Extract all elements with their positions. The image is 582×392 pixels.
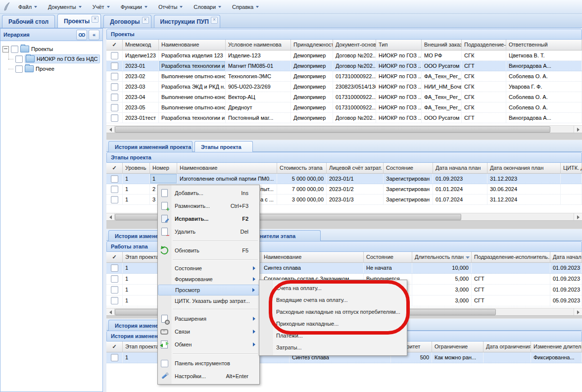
tree-item[interactable]: Прочее (15, 64, 100, 74)
tree-root[interactable]: Проекты (2, 44, 100, 54)
collapse-node-icon[interactable] (2, 46, 9, 52)
scroll-right-icon[interactable] (574, 308, 582, 316)
row-checkbox[interactable] (111, 62, 118, 70)
context-menu-item[interactable]: Состояние (158, 263, 259, 274)
table-row[interactable]: 2023-05Выполнение опытно-конс...Дредноут… (106, 102, 582, 113)
panel-splitter[interactable] (103, 28, 106, 392)
row-checkbox[interactable] (111, 297, 118, 304)
row-checkbox[interactable] (111, 186, 118, 193)
column-header[interactable]: Ограничение (432, 342, 484, 352)
row-checkbox[interactable] (111, 83, 118, 91)
row-checkbox[interactable] (111, 354, 118, 361)
table-row[interactable]: 2023-01Разработка технологии и...Магнит … (106, 61, 582, 71)
tree-item[interactable]: НИОКР по ГОЗ без НДС (15, 54, 100, 64)
context-menu-item[interactable]: Обмен (158, 338, 259, 351)
row-checkbox[interactable] (111, 94, 118, 101)
context-menu-item[interactable]: ОбновитьF5 (158, 244, 259, 257)
column-header[interactable]: Подразделение-исполнитель.. (472, 252, 550, 263)
row-checkbox[interactable] (111, 114, 118, 122)
column-header[interactable]: Изменение длительности (531, 342, 582, 352)
row-checkbox[interactable] (111, 52, 118, 59)
column-header[interactable]: Состояние (384, 163, 433, 174)
window-tab[interactable]: Проекты× (57, 14, 101, 28)
column-header[interactable]: Документ-основан (333, 40, 376, 50)
context-menu-item[interactable]: ЦИТК. Указать шифр затрат... (158, 295, 259, 306)
column-header[interactable]: Тип (376, 40, 422, 50)
table-row[interactable]: 2023-04Выполнение опытно-конс...Вектор-А… (106, 92, 582, 102)
table-row[interactable]: 11Изготовление опытной партии ПМ0...5 00… (106, 174, 582, 184)
column-header[interactable]: Наименование (177, 163, 277, 174)
select-all-header[interactable]: ✓ (106, 252, 123, 263)
menubar-item[interactable]: Функции (115, 1, 153, 12)
select-all-header[interactable]: ✓ (106, 40, 123, 50)
column-header[interactable]: Условное наименова (226, 40, 291, 50)
context-menu-item[interactable]: Формирование (158, 274, 259, 285)
scroll-right-icon[interactable] (574, 126, 582, 133)
table-row[interactable]: 2023-01тестРазработка технологии и...Пос… (106, 113, 582, 123)
window-tab[interactable]: Инструкции ПУП× (154, 15, 220, 28)
context-menu-item[interactable]: Панель инструментов (158, 357, 259, 370)
submenu-item[interactable]: Затраты... (259, 342, 407, 353)
context-menu-item[interactable]: Добавить...Ins (158, 187, 259, 199)
row-checkbox[interactable] (111, 73, 118, 80)
scroll-left-icon[interactable] (106, 308, 115, 316)
select-all-header[interactable]: ✓ (106, 342, 123, 352)
column-header[interactable]: Мнемокод (123, 40, 159, 50)
context-menu-item[interactable]: Исправить...F2 (158, 212, 259, 225)
column-header[interactable]: Номер (150, 163, 177, 174)
row-checkbox[interactable] (111, 286, 118, 294)
section-tab[interactable]: История изменений проекта (108, 141, 193, 152)
column-header[interactable]: Состояние (364, 252, 412, 263)
menubar-item[interactable]: Словари (188, 1, 227, 12)
row-checkbox[interactable] (111, 196, 118, 203)
context-menu-item[interactable]: Связи (158, 325, 259, 338)
menubar-item[interactable]: Справка (227, 1, 264, 12)
column-header[interactable]: Уровень (123, 163, 150, 174)
row-checkbox[interactable] (111, 264, 118, 272)
context-menu-item[interactable]: УдалитьDel (158, 225, 259, 238)
row-checkbox[interactable] (111, 175, 118, 183)
column-header[interactable]: ЦИТК. Д (561, 163, 582, 174)
context-menu-item[interactable]: Расширения (158, 312, 259, 325)
column-header[interactable]: Наименование (159, 40, 226, 50)
table-row[interactable]: Изделие123Разработка изделия 123Изделие-… (106, 50, 582, 61)
column-header[interactable]: Дата окончания план (487, 163, 561, 174)
tree-checkbox[interactable] (11, 46, 18, 53)
collapse-panel-icon[interactable]: « (89, 30, 99, 40)
horizontal-scrollbar[interactable] (106, 125, 582, 133)
column-header[interactable]: Наименование (261, 252, 364, 263)
scroll-left-icon[interactable] (106, 126, 115, 133)
tree-checkbox[interactable] (15, 55, 23, 63)
window-tab[interactable]: Рабочий стол (2, 15, 55, 28)
window-tab[interactable]: Договоры× (103, 15, 151, 28)
tree-checkbox[interactable] (15, 65, 23, 73)
column-header[interactable]: Дата начала план (433, 163, 487, 174)
row-checkbox[interactable] (111, 104, 118, 111)
table-row[interactable]: 2023-03Разработка ЭКД и РКД н...905-U020… (106, 82, 582, 92)
scrollbar-thumb[interactable] (115, 126, 550, 133)
menubar-item[interactable]: Учёт (87, 1, 115, 12)
section-tab[interactable]: Этапы проекта (194, 141, 253, 152)
column-header[interactable]: Принадлежность (291, 40, 333, 50)
menubar-item[interactable]: Документы (43, 1, 87, 12)
menubar-item[interactable]: Файл (13, 1, 43, 12)
context-menu-item[interactable]: Настройки...Alt+Enter (158, 370, 259, 383)
column-header[interactable]: Дата ограничения (484, 342, 531, 352)
row-checkbox[interactable] (111, 275, 118, 283)
column-header[interactable]: Внешний заказчик (422, 40, 462, 50)
column-header[interactable]: Лицевой счёт затрат. (327, 163, 384, 174)
context-menu-item[interactable]: Просмотр (158, 285, 259, 295)
close-icon[interactable]: × (92, 16, 98, 23)
tree-root-label[interactable]: Проекты (31, 46, 53, 52)
column-header[interactable]: Дата начала план (550, 252, 582, 263)
column-header[interactable]: Длительность план (412, 252, 472, 263)
search-binoculars-icon[interactable] (76, 30, 87, 40)
close-icon[interactable]: × (142, 17, 149, 24)
close-icon[interactable]: × (211, 17, 218, 24)
scroll-right-icon[interactable] (574, 213, 582, 221)
scroll-left-icon[interactable] (106, 213, 115, 221)
select-all-header[interactable]: ✓ (106, 163, 123, 174)
column-header[interactable]: Ответственный (506, 40, 582, 50)
column-header[interactable]: Подразделение-от (462, 40, 506, 50)
table-row[interactable]: 2023-02Выполнение опытно-конс...Технолог… (106, 71, 582, 82)
